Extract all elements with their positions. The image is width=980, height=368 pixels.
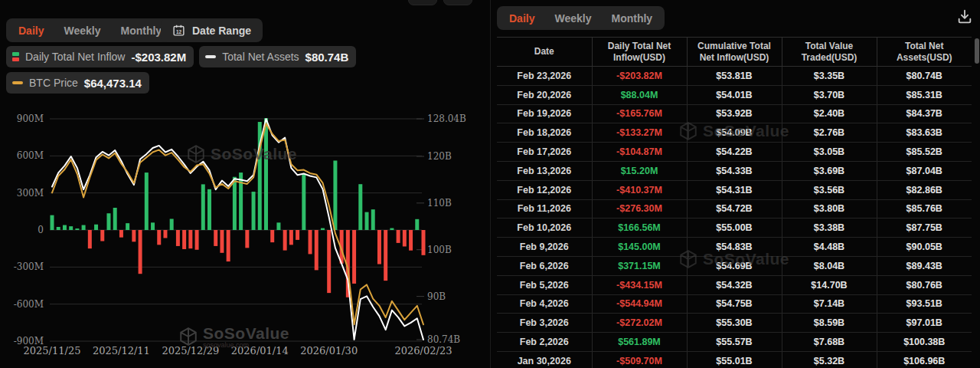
inflow-bar[interactable] — [63, 225, 67, 230]
inflow-bar[interactable] — [321, 228, 325, 230]
table-row[interactable]: Feb 12,2026-$410.37M$54.31B$3.56B$82.86B — [497, 180, 972, 199]
inflow-bar[interactable] — [195, 230, 199, 250]
inflow-bar[interactable] — [163, 230, 167, 238]
inflow-bar[interactable] — [390, 228, 394, 230]
table-row[interactable]: Feb 20,2026$88.04M$54.01B$3.70B$85.31B — [497, 85, 972, 104]
date-range-button[interactable]: 12 Date Range — [161, 18, 263, 42]
inflow-bar[interactable] — [201, 184, 205, 230]
inflow-bar[interactable] — [365, 212, 369, 230]
inflow-bar[interactable] — [377, 230, 381, 264]
table-row[interactable]: Feb 4,2026-$544.94M$54.75B$7.14B$93.51B — [497, 294, 972, 314]
inflow-bar[interactable] — [233, 177, 237, 230]
inflow-bar[interactable] — [170, 219, 174, 231]
table-row[interactable]: Feb 5,2026-$434.15M$54.32B$14.70B$80.76B — [497, 275, 972, 294]
inflow-bar[interactable] — [296, 230, 299, 240]
inflow-bar[interactable] — [327, 230, 331, 293]
inflow-cell: -$165.76M — [592, 104, 687, 123]
chart-tab-daily[interactable]: Daily — [18, 25, 44, 37]
inflow-bar[interactable] — [397, 230, 400, 243]
chart-period-tabs: DailyWeeklyMonthly — [6, 18, 174, 42]
table-row[interactable]: Feb 18,2026-$133.27M$54.09B$2.76B$83.63B — [497, 123, 972, 143]
traded-cell: $4.48B — [782, 238, 877, 257]
table-row[interactable]: Feb 23,2026-$203.82M$53.81B$3.35B$80.74B — [497, 67, 972, 86]
table-row[interactable]: Feb 17,2026-$104.87M$54.22B$3.05B$85.52B — [497, 143, 972, 162]
inflow-bar[interactable] — [403, 230, 407, 246]
inflow-bar[interactable] — [371, 209, 375, 230]
inflow-bar[interactable] — [51, 215, 54, 230]
inflow-bar[interactable] — [358, 184, 362, 230]
table-row[interactable]: Feb 10,2026$166.56M$55.00B$3.38B$87.75B — [497, 219, 972, 238]
table-scrollbar[interactable] — [975, 38, 979, 64]
inflow-bar[interactable] — [270, 230, 274, 242]
inflow-bar[interactable] — [315, 230, 318, 270]
download-button[interactable] — [956, 8, 973, 25]
inflow-bar[interactable] — [220, 230, 224, 253]
inflow-bar[interactable] — [415, 219, 419, 230]
cumulative-cell: $54.09B — [687, 123, 782, 143]
table-tab-daily[interactable]: Daily — [509, 12, 534, 25]
legend-item-0[interactable]: Daily Total Net Inflow-$203.82M — [6, 46, 194, 67]
inflow-bar[interactable] — [207, 189, 211, 230]
inflow-bar[interactable] — [100, 230, 104, 242]
inflow-bar[interactable] — [333, 160, 337, 230]
inflow-bar[interactable] — [214, 230, 217, 246]
inflow-bar[interactable] — [69, 226, 73, 230]
toolbar-stub-button-1[interactable] — [408, 0, 437, 5]
inflow-bar[interactable] — [289, 230, 293, 245]
inflow-bar[interactable] — [252, 192, 256, 230]
inflow-bar[interactable] — [188, 230, 192, 248]
inflow-bar[interactable] — [422, 230, 426, 255]
inflow-bar[interactable] — [309, 230, 312, 254]
inflow-bar[interactable] — [94, 225, 98, 230]
cumulative-cell: $54.31B — [687, 180, 782, 199]
table-row[interactable]: Feb 19,2026-$165.76M$53.92B$2.40B$84.37B — [497, 104, 972, 123]
inflow-bar[interactable] — [75, 228, 79, 230]
legend-item-2[interactable]: BTC Price$64,473.14 — [6, 72, 149, 94]
inflow-bar[interactable] — [176, 230, 180, 246]
inflow-bar[interactable] — [409, 230, 413, 251]
inflow-bar[interactable] — [384, 230, 387, 281]
svg-text:110B: 110B — [427, 198, 452, 209]
table-row[interactable]: Feb 2,2026$561.89M$55.57B$7.68B$100.38B — [497, 333, 972, 352]
table-row[interactable]: Jan 30,2026-$509.70M$55.01B$5.32B$106.96… — [497, 351, 972, 368]
traded-cell: $3.56B — [782, 180, 877, 199]
inflow-cell: -$434.15M — [592, 275, 687, 294]
inflow-bar[interactable] — [126, 223, 129, 230]
inflow-bar[interactable] — [352, 230, 356, 284]
inflow-bar[interactable] — [245, 230, 249, 248]
table-row[interactable]: Feb 11,2026-$276.30M$54.72B$3.80B$85.76B — [497, 199, 972, 219]
inflow-bar[interactable] — [88, 230, 92, 248]
table-tab-weekly[interactable]: Weekly — [554, 12, 591, 25]
inflow-bar[interactable] — [302, 174, 305, 230]
inflow-bar[interactable] — [151, 222, 155, 230]
table-tab-monthly[interactable]: Monthly — [611, 12, 652, 25]
inflow-bar[interactable] — [132, 230, 136, 242]
chart-tab-weekly[interactable]: Weekly — [64, 25, 100, 37]
inflow-bar[interactable] — [276, 222, 280, 230]
inflow-bar[interactable] — [182, 230, 186, 249]
inflow-bar[interactable] — [119, 230, 123, 238]
inflow-bar[interactable] — [264, 118, 268, 230]
traded-cell: $3.70B — [782, 85, 877, 104]
toolbar-stub-button-2[interactable] — [443, 0, 472, 5]
table-row[interactable]: Feb 6,2026$371.15M$54.69B$8.04B$89.43B — [497, 256, 972, 275]
inflow-bar[interactable] — [145, 172, 149, 230]
inflow-bar[interactable] — [139, 230, 142, 274]
x-axis-label: 2026/01/14 — [231, 345, 289, 356]
date-cell: Feb 5,2026 — [497, 275, 592, 294]
inflow-bar[interactable] — [57, 227, 60, 230]
inflow-bar[interactable] — [106, 213, 110, 230]
table-row[interactable]: Feb 3,2026-$272.02M$55.30B$8.59B$97.01B — [497, 314, 972, 333]
traded-cell: $3.35B — [782, 67, 877, 86]
inflow-bar[interactable] — [113, 208, 117, 230]
inflow-bar[interactable] — [157, 230, 161, 245]
legend-item-1[interactable]: Total Net Assets$80.74B — [199, 46, 356, 67]
inflow-bar[interactable] — [283, 230, 287, 251]
table-row[interactable]: Feb 13,2026$15.20M$54.33B$3.69B$87.04B — [497, 161, 972, 180]
inflow-bar[interactable] — [239, 172, 243, 230]
chart-tab-monthly[interactable]: Monthly — [120, 25, 162, 37]
inflow-bar[interactable] — [227, 230, 230, 261]
inflow-bar[interactable] — [82, 225, 86, 230]
inflow-chart[interactable]: 900M600M300M0-300M-600M-900M128.04B120B1… — [0, 107, 490, 368]
table-row[interactable]: Feb 9,2026$145.00M$54.83B$4.48B$90.05B — [497, 238, 972, 257]
